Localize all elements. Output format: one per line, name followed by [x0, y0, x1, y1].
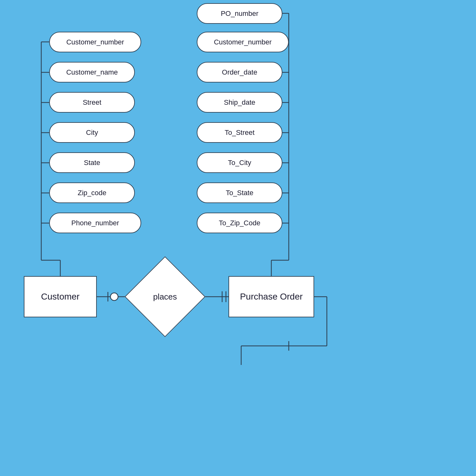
- attr-customer-number: Customer_number: [49, 32, 141, 52]
- attr-to-zip-code: To_Zip_Code: [197, 213, 282, 233]
- relationship-label: places: [153, 292, 177, 302]
- purchase-order-entity: Purchase Order: [228, 276, 314, 317]
- attr-phone-number: Phone_number: [49, 213, 141, 233]
- attr-state: State: [49, 152, 135, 173]
- attr-po-customer-number: Customer_number: [197, 32, 289, 52]
- attr-po-number: PO_number: [197, 3, 282, 24]
- attr-ship-date: Ship_date: [197, 92, 282, 113]
- diagram-container: Customer_number Customer_name Street Cit…: [0, 0, 476, 476]
- attr-street: Street: [49, 92, 135, 113]
- attr-order-date: Order_date: [197, 62, 282, 83]
- attr-city: City: [49, 122, 135, 143]
- attr-to-state: To_State: [197, 182, 282, 203]
- attr-to-street: To_Street: [197, 122, 282, 143]
- relationship-diamond: places: [133, 265, 197, 328]
- customer-entity: Customer: [24, 276, 97, 317]
- attr-to-city: To_City: [197, 152, 282, 173]
- attr-customer-name: Customer_name: [49, 62, 135, 83]
- attr-zip-code: Zip_code: [49, 182, 135, 203]
- svg-point-26: [110, 293, 118, 301]
